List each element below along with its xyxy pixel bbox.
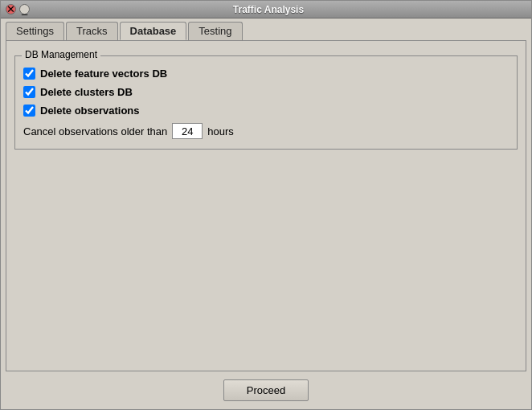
tabs-bar: Settings Tracks Database Testing: [1, 18, 531, 40]
delete-obs-label: Delete observations: [40, 105, 140, 117]
tab-settings[interactable]: Settings: [6, 22, 64, 40]
bottom-bar: Proceed: [1, 371, 531, 409]
main-window: ✕ _ Traffic Analysis Settings Tracks Dat…: [0, 0, 532, 410]
minimize-icon: _: [22, 3, 27, 15]
close-icon: ✕: [6, 3, 15, 15]
window-title: Traffic Analysis: [35, 4, 502, 15]
delete-fv-checkbox[interactable]: [23, 68, 35, 80]
cancel-observations-label: Cancel observations older than: [23, 125, 167, 137]
group-box-legend: DB Management: [22, 49, 100, 60]
delete-fv-label: Delete feature vectors DB: [40, 68, 167, 80]
minimize-button[interactable]: _: [19, 4, 30, 14]
content-area: DB Management Delete feature vectors DB …: [6, 40, 526, 371]
delete-obs-row: Delete observations: [23, 105, 509, 117]
hours-row: Cancel observations older than hours: [23, 123, 509, 139]
proceed-button[interactable]: Proceed: [223, 379, 309, 401]
tab-testing[interactable]: Testing: [188, 22, 242, 40]
hours-label: hours: [207, 125, 234, 137]
delete-fv-row: Delete feature vectors DB: [23, 68, 509, 80]
hours-input[interactable]: [172, 123, 203, 139]
delete-cl-row: Delete clusters DB: [23, 86, 509, 98]
delete-cl-checkbox[interactable]: [23, 86, 35, 98]
close-button[interactable]: ✕: [6, 4, 16, 14]
db-management-group: DB Management Delete feature vectors DB …: [14, 55, 518, 150]
window-controls: ✕ _: [6, 4, 30, 14]
tab-database[interactable]: Database: [120, 22, 187, 40]
title-bar: ✕ _ Traffic Analysis: [1, 1, 531, 18]
tab-tracks[interactable]: Tracks: [66, 22, 118, 40]
delete-cl-label: Delete clusters DB: [40, 86, 133, 98]
delete-obs-checkbox[interactable]: [23, 105, 35, 117]
